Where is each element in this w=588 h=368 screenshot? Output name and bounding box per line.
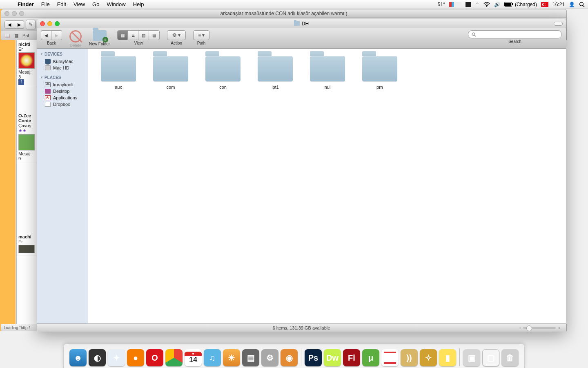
wifi-icon[interactable] <box>483 2 490 7</box>
view-list[interactable]: ≣ <box>128 30 138 40</box>
slider-min-icon: ▫ <box>519 326 521 330</box>
dock-photoshop[interactable]: Ps <box>305 349 322 366</box>
menu-edit[interactable]: Edit <box>53 0 70 9</box>
dock-app-1[interactable] <box>381 349 399 366</box>
svg-point-0 <box>486 6 487 7</box>
app-menu[interactable]: Finder <box>14 0 38 9</box>
safari-page-content[interactable]: nickti Er Mesaj: 3 f O-Zee Conte Çavuş ★… <box>16 40 37 331</box>
dock-itunes[interactable]: ♫ <box>204 349 221 366</box>
menu-go[interactable]: Go <box>89 0 103 9</box>
delete-button[interactable] <box>69 30 82 43</box>
action-button[interactable]: ⚙ ▾ <box>167 30 186 40</box>
dock-ical[interactable]: ●14 <box>185 349 202 366</box>
menu-help[interactable]: Help <box>129 0 148 9</box>
svg-line-5 <box>583 5 584 7</box>
bluetooth-icon[interactable]: ⌃ <box>475 2 479 7</box>
folder-con[interactable]: con <box>197 56 249 90</box>
dock-toast[interactable]: ◉ <box>281 349 298 366</box>
sidebar-dropbox[interactable]: Dropbox <box>37 101 88 108</box>
istat-icon[interactable] <box>449 2 461 7</box>
safari-edit-button[interactable]: ✎ <box>26 20 36 29</box>
folder-label: com <box>167 85 175 90</box>
folder-lpt1[interactable]: lpt1 <box>249 56 301 90</box>
battery-icon[interactable]: (Charged) <box>504 2 537 7</box>
svg-rect-2 <box>512 3 513 5</box>
dock-utorrent[interactable]: μ <box>362 349 379 366</box>
dock-app-4[interactable]: ▮ <box>439 349 456 366</box>
back-label: Back <box>47 41 56 45</box>
folder-nul[interactable]: nul <box>301 56 354 90</box>
safari-minimize-button[interactable] <box>12 11 17 16</box>
path-button[interactable]: ≡ ▾ <box>193 30 209 40</box>
icon-size-slider[interactable]: ▫ ▫ <box>519 325 560 331</box>
finder-close-button[interactable] <box>40 21 45 26</box>
dock-stack-1[interactable]: ▣ <box>463 349 480 366</box>
safari-back-button[interactable]: ◀ <box>4 20 14 29</box>
folder-com[interactable]: com <box>145 56 197 90</box>
finder-window: DH ◀ ▶ Back Delete New Folder ▦ ≣ ▥ ▤ <box>37 19 566 332</box>
bookmark-item[interactable]: Pal <box>22 33 29 38</box>
sidebar-section-devices[interactable]: DEVICES <box>37 50 88 58</box>
sidebar-device-kuraymac[interactable]: KurayMac <box>37 58 88 65</box>
safari-close-button[interactable] <box>4 11 9 16</box>
finder-zoom-button[interactable] <box>55 21 60 26</box>
dock-finder[interactable]: ☻ <box>69 349 87 366</box>
dock-flash[interactable]: Fl <box>343 349 360 366</box>
forum-user-2a: O-Zee <box>18 113 31 118</box>
view-coverflow[interactable]: ▤ <box>149 30 160 40</box>
menu-file[interactable]: File <box>38 0 53 9</box>
safari-zoom-button[interactable] <box>19 11 24 16</box>
sidebar-section-places[interactable]: PLACES <box>37 74 88 81</box>
dock-iphoto[interactable]: ☀ <box>223 349 240 366</box>
view-columns[interactable]: ▥ <box>138 30 149 40</box>
dock-safari[interactable]: ✦ <box>108 349 125 366</box>
sidebar-label: kuraykanli <box>53 82 74 87</box>
dock-app-3[interactable]: ✧ <box>420 349 437 366</box>
dropbox-menubar-icon[interactable] <box>466 2 471 7</box>
dock-chrome[interactable] <box>165 349 183 366</box>
dock-trash[interactable]: 🗑 <box>501 349 519 366</box>
finder-minimize-button[interactable] <box>47 21 52 26</box>
sidebar-device-machd[interactable]: Mac HD <box>37 65 88 71</box>
dock-stack-2[interactable]: ▢ <box>482 349 499 366</box>
finder-titlebar[interactable]: DH <box>37 19 566 28</box>
back-button[interactable]: ◀ <box>41 30 51 40</box>
forward-button[interactable]: ▶ <box>51 30 62 40</box>
safari-forward-button[interactable]: ▶ <box>14 20 24 29</box>
folder-label: con <box>219 85 227 90</box>
menubar-clock[interactable]: 16:21 <box>552 2 565 7</box>
topsites-icon[interactable]: ▦ <box>14 33 18 38</box>
dock-firefox[interactable]: ● <box>127 349 144 366</box>
dock: ☻ ◐ ✦ ● O ●14 ♫ ☀ ▤ ⚙ ◉ Ps Dw Fl μ )) ✧ … <box>0 343 588 368</box>
dock-dreamweaver[interactable]: Dw <box>324 349 341 366</box>
dock-dashboard[interactable]: ◐ <box>89 349 106 366</box>
facebook-icon[interactable]: f <box>18 79 24 85</box>
dock-system-preferences[interactable]: ⚙ <box>261 349 278 366</box>
menubar-temp[interactable]: 51° <box>438 2 445 7</box>
menu-view[interactable]: View <box>70 0 89 9</box>
sidebar-desktop[interactable]: Desktop <box>37 88 88 94</box>
folder-prn[interactable]: prn <box>354 56 406 90</box>
sidebar-applications[interactable]: Applications <box>37 94 88 101</box>
finder-icon-view[interactable]: aux com con lpt1 nul prn <box>88 49 566 323</box>
dock-app-2[interactable]: )) <box>401 349 418 366</box>
toolbar-toggle-button[interactable] <box>554 22 563 26</box>
menu-window[interactable]: Window <box>103 0 129 9</box>
forum-user-2b: Conte <box>18 118 31 123</box>
folder-icon <box>205 56 241 81</box>
spotlight-icon[interactable] <box>579 2 585 7</box>
sidebar-home[interactable]: kuraykanli <box>37 81 88 88</box>
input-source-flag-icon[interactable] <box>541 2 548 7</box>
svg-point-6 <box>472 33 475 36</box>
search-input[interactable] <box>468 30 562 38</box>
fast-user-switch-icon[interactable]: 👤 <box>569 2 575 7</box>
folder-label: prn <box>376 85 383 90</box>
dock-preview[interactable]: ▤ <box>242 349 259 366</box>
safari-titlebar[interactable]: arkadaşlar masaüstünde CON adlı klasör a… <box>1 9 567 18</box>
bookmarks-icon[interactable]: 📖 <box>4 33 10 38</box>
new-folder-button[interactable] <box>93 30 107 41</box>
volume-icon[interactable]: 🔊 <box>494 2 500 7</box>
view-icons[interactable]: ▦ <box>117 30 128 40</box>
folder-aux[interactable]: aux <box>92 56 145 90</box>
dock-opera[interactable]: O <box>146 349 163 366</box>
